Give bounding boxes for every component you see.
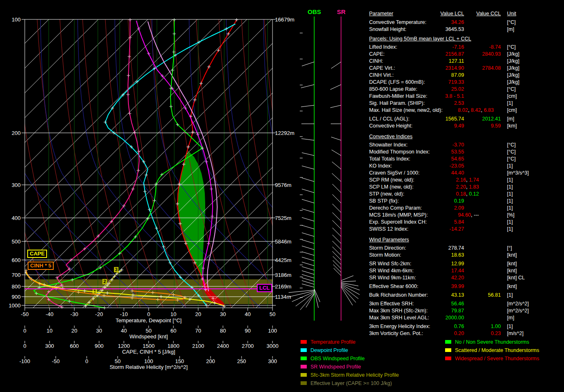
unit-cell: [m^3/s^3]	[507, 170, 529, 176]
value-lcl-cell: 3.8 - 5.1	[445, 93, 464, 99]
table-row: 3km Energy Helicity Index:0.761.00[1]	[369, 324, 564, 331]
value-lcl-cell: 12.99	[451, 261, 464, 267]
legend-item-severity: No / Non Severe Thunderstorms	[445, 339, 529, 347]
table-row: CAPE:2156.872840.93[J/kg]	[369, 51, 564, 58]
cinh-profile-label: CINH * 5	[28, 262, 54, 270]
unit-cell: [°C]	[507, 142, 516, 148]
axis-tick-label: 70	[195, 328, 201, 334]
value-part: ---	[474, 212, 479, 218]
axis-tick-label: 600	[70, 343, 79, 349]
table-row: CAPE Virt.:2314.902784.08[J/kg]	[369, 65, 564, 72]
param-cell: 3km Vorticity Gen. Pot.:	[369, 331, 423, 336]
sounding-app: Station: Güttingen Date: 23.06.2008 Time…	[0, 0, 564, 392]
param-cell: SB STP (fix):	[369, 198, 399, 204]
axis-tick-label: 60	[171, 328, 176, 334]
legend-item-profile: SR Windspeed Profile	[301, 364, 361, 372]
value-part: 2314.90	[446, 65, 464, 71]
axis-title: Temperature, Dewpoint [°C]	[116, 317, 182, 324]
unit-cell: [1]	[507, 163, 513, 169]
value-part: 278.74	[448, 245, 464, 251]
legend-item-severity: Widespread / Severe Thunderstorms	[445, 356, 539, 364]
table-row: Max 3km SRH (Sfc-2km):79.87[m^2/s^2]	[369, 308, 564, 315]
value-lcl-cell: 87.09	[451, 72, 464, 78]
col-header-value-ccl: Value CCL	[476, 11, 501, 17]
legend-label: Scattered / Moderate Thunderstorms	[455, 347, 539, 353]
svg-text:2: 2	[103, 279, 106, 284]
legend-label: Temperature Profile	[310, 339, 355, 345]
unit-cell: [m^2/s^2]	[507, 301, 529, 307]
value-part: 12.99	[451, 261, 464, 267]
unit-cell: [°C]	[507, 19, 516, 25]
table-row: Sig. Hail Param. (SHIP):2.53[1]	[369, 100, 564, 107]
table-row: Storm Direction:278.74[°]	[369, 245, 564, 252]
value-ccl-cell: 2012.41	[482, 116, 501, 122]
axis-tick-label: 300	[268, 358, 277, 364]
legend-swatch	[445, 357, 451, 360]
table-row: Storm Motion:18.63[knt]	[369, 252, 564, 259]
table-row: LCL / CCL (AGL):1565.742012.41[m]	[369, 116, 564, 123]
lcl-level-label: LCL	[257, 284, 272, 292]
height-tick-label: 4425m	[275, 257, 291, 263]
value-lcl-cell: 54.65	[451, 156, 464, 162]
value-lcl-cell: 0.19	[454, 198, 464, 204]
value-part: 6.83	[484, 107, 494, 113]
table-row: Modified Thompson Index:53.55[°C]	[369, 149, 564, 156]
value-ccl-cell: 0.23	[491, 331, 501, 336]
param-cell: Modified Thompson Index:	[369, 149, 430, 155]
legend-label: No / Non Severe Thunderstorms	[455, 339, 529, 345]
value-part: ,	[466, 184, 469, 190]
table-row: MCS 18m/s (MMP, MSP):94.60, ---[%]	[369, 212, 564, 219]
value-part: 3645.53	[446, 26, 464, 32]
value-lcl-cell: 43.13	[451, 292, 464, 298]
svg-text:1: 1	[93, 289, 96, 294]
table-row: 850-600 Lapse Rate:25.02[°C]	[369, 86, 564, 93]
value-lcl-cell: 25.02	[451, 86, 464, 92]
unit-cell: [1]	[507, 324, 513, 329]
value-lcl-cell: 44.40	[451, 170, 464, 176]
axis-tick-label: -50	[52, 358, 60, 364]
axis-tick-label: 10	[47, 328, 52, 334]
value-lcl-cell: 2156.87	[446, 51, 464, 57]
axis-tick-label: 2100	[192, 343, 204, 349]
height-tick-label: 5846m	[275, 239, 291, 245]
legend-swatch	[301, 381, 307, 385]
table-row: 3km Effective SRH:56.46[m^2/s^2]	[369, 301, 564, 308]
unit-cell: [m/s^2]	[507, 331, 524, 336]
unit-cell: [°]	[507, 245, 512, 251]
value-part: 2012.41	[482, 116, 501, 122]
axis-tick-label: 40	[121, 328, 127, 334]
axis-tick-label: 30	[96, 328, 102, 334]
pressure-tick-label: 700	[4, 272, 21, 278]
value-part: 0.23	[491, 331, 501, 336]
height-tick-label: 1134m	[275, 294, 291, 300]
svg-text:3: 3	[115, 267, 117, 272]
unit-cell: [knt]	[507, 268, 517, 274]
axis-tick-label: -50	[21, 311, 29, 317]
pressure-tick-label: 900	[4, 294, 21, 300]
axis-tick-label: 1500	[143, 343, 155, 349]
value-lcl-cell: 34.26	[451, 19, 464, 25]
unit-cell: [%]	[507, 212, 514, 218]
col-header-unit: Unit	[507, 11, 516, 17]
value-part: 42.20	[451, 275, 464, 281]
table-row: SCP RM (new, old):2.16, 1.74[1]	[369, 177, 564, 184]
unit-cell: [m]	[507, 315, 514, 321]
param-cell: CINH Virt.:	[369, 72, 394, 78]
axis-tick-label: 40	[245, 311, 251, 317]
param-cell: 3km Effective SRH:	[369, 301, 414, 307]
unit-cell: [J/kg]	[507, 58, 519, 64]
axis-tick-label: 50	[115, 358, 121, 364]
value-part: 1.00	[491, 324, 501, 329]
table-row: CINH:127.11[J/kg]	[369, 58, 564, 65]
legend-item-profile: Dewpoint Profile	[301, 347, 348, 356]
value-lcl-cell: 5.84	[454, 219, 464, 225]
param-cell: MCS 18m/s (MMP, MSP):	[369, 212, 428, 218]
legend-label: Dewpoint Profile	[310, 347, 348, 353]
axis-tick-label: 10	[171, 311, 176, 317]
pressure-tick-label: 600	[4, 257, 21, 263]
value-part: 2.53	[454, 100, 464, 106]
value-part: 0.19	[454, 198, 464, 204]
table-row: Fawbush-Miller Hail Size:3.8 - 5.1[cm]	[369, 93, 564, 100]
value-part: 56.46	[451, 301, 464, 307]
value-ccl-cell: 1.00	[491, 324, 501, 329]
